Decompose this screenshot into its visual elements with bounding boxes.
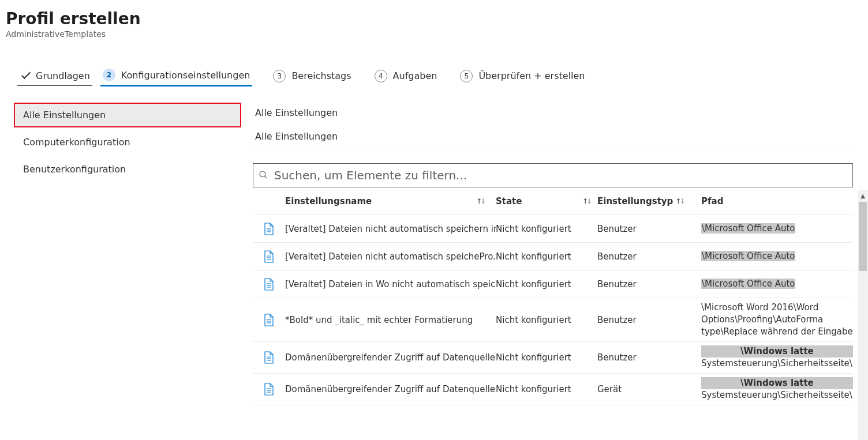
page-subtitle: AdministrativeTemplates: [6, 29, 856, 39]
column-header-state[interactable]: State ↑↓: [496, 196, 597, 206]
cell-name: [Veraltet] Dateien nicht automatisch spe…: [285, 251, 496, 262]
search-input[interactable]: [273, 168, 848, 183]
cell-name: [Veraltet] Dateien nicht automatisch spe…: [285, 224, 496, 234]
wizard-steps: Grundlagen 2 Konfigurationseinstellungen…: [6, 65, 856, 87]
settings-content: Alle Einstellungen Alle Einstellungen Ei…: [241, 101, 868, 405]
step-number-badge: 5: [460, 70, 473, 82]
column-header-type[interactable]: Einstellungstyp ↑↓: [597, 196, 701, 206]
wizard-step-bereichstags[interactable]: 3 Bereichstags: [271, 66, 353, 86]
wizard-step-label: Konfigurationseinstellungen: [121, 70, 250, 81]
wizard-step-label: Überprüfen + erstellen: [478, 70, 585, 81]
column-header-path[interactable]: Pfad: [701, 196, 853, 206]
cell-name: Domänenübergreifender Zugriff auf Datenq…: [285, 352, 496, 363]
cell-type: Benutzer: [597, 224, 701, 234]
step-number-badge: 3: [273, 70, 286, 82]
cell-type: Gerät: [597, 384, 701, 394]
cell-path: \Microsoft Word 2016\WordOptions\Proofin…: [701, 302, 853, 338]
sidebar-item-benutzerkonfiguration[interactable]: Benutzerkonfiguration: [14, 157, 241, 182]
wizard-step-konfiguration[interactable]: 2 Konfigurationseinstellungen: [100, 65, 253, 87]
wizard-step-label: Bereichstags: [291, 70, 351, 81]
table-row[interactable]: [Veraltet] Dateien in Wo nicht automatis…: [253, 270, 853, 298]
cell-type: Benutzer: [597, 279, 701, 289]
sort-icon: ↑↓: [582, 198, 590, 205]
scroll-up-button[interactable]: ▲: [858, 190, 868, 201]
table-row[interactable]: *Bold* und _italic_ mit echter Formatier…: [253, 298, 853, 342]
svg-point-0: [260, 171, 265, 177]
document-icon: [264, 223, 274, 235]
wizard-step-grundlagen[interactable]: Grundlagen: [17, 66, 92, 86]
column-header-name[interactable]: Einstellungsname ↑↓: [285, 196, 496, 206]
cell-type: Benutzer: [597, 315, 701, 325]
cell-name: *Bold* und _italic_ mit echter Formatier…: [285, 315, 496, 325]
cell-path: \Microsoft Office Auto: [701, 223, 853, 235]
cell-state: Nicht konfiguriert: [496, 251, 597, 262]
table-row[interactable]: Domänenübergreifender Zugriff auf Datenq…: [253, 342, 853, 374]
content-heading: Alle Einstellungen: [253, 121, 853, 149]
cell-name: [Veraltet] Dateien in Wo nicht automatis…: [285, 279, 496, 289]
cell-state: Nicht konfiguriert: [496, 279, 597, 289]
document-icon: [264, 351, 274, 364]
document-icon: [264, 278, 274, 291]
page-title: Profil erstellen: [6, 9, 856, 28]
cell-state: Nicht konfiguriert: [496, 352, 597, 363]
scroll-thumb[interactable]: [859, 202, 867, 271]
svg-line-1: [264, 176, 267, 178]
cell-state: Nicht konfiguriert: [496, 384, 597, 394]
table-header: Einstellungsname ↑↓ State ↑↓ Einstellung…: [253, 187, 853, 215]
cell-type: Benutzer: [597, 251, 701, 262]
table-row[interactable]: Domänenübergreifender Zugriff auf Datenq…: [253, 374, 853, 405]
settings-table: Einstellungsname ↑↓ State ↑↓ Einstellung…: [253, 187, 853, 405]
content-body: Alle Einstellungen Computerkonfiguration…: [6, 101, 856, 405]
cell-type: Benutzer: [597, 352, 701, 363]
table-row[interactable]: [Veraltet] Dateien nicht automatisch spe…: [253, 243, 853, 270]
cell-path: \Windows latteSystemsteuerung\Sicherheit…: [701, 345, 853, 370]
page-root: Profil erstellen AdministrativeTemplates…: [0, 0, 868, 440]
document-icon: [264, 250, 274, 263]
cell-path: \Windows latteSystemsteuerung\Sicherheit…: [701, 377, 853, 401]
cell-path: \Microsoft Office Auto: [701, 250, 853, 262]
wizard-step-label: Aufgaben: [393, 70, 437, 81]
table-body: [Veraltet] Dateien nicht automatisch spe…: [253, 215, 853, 405]
table-row[interactable]: [Veraltet] Dateien nicht automatisch spe…: [253, 215, 853, 243]
document-icon: [264, 383, 274, 396]
sidebar-item-computerkonfiguration[interactable]: Computerkonfiguration: [14, 130, 241, 155]
checkmark-icon: [20, 69, 32, 82]
search-icon: [258, 170, 273, 182]
search-box[interactable]: [253, 163, 853, 187]
sort-icon: ↑↓: [476, 198, 484, 205]
settings-tree-sidebar: Alle Einstellungen Computerkonfiguration…: [6, 101, 241, 405]
sidebar-item-alle-einstellungen[interactable]: Alle Einstellungen: [14, 103, 241, 127]
cell-name: Domänenübergreifender Zugriff auf Datenq…: [285, 384, 496, 394]
wizard-step-label: Grundlagen: [36, 70, 90, 81]
document-icon: [264, 314, 274, 326]
cell-state: Nicht konfiguriert: [496, 315, 597, 325]
step-number-badge: 2: [103, 69, 115, 81]
cell-path: \Microsoft Office Auto: [701, 278, 853, 290]
step-number-badge: 4: [375, 70, 387, 82]
wizard-step-ueberpruefen[interactable]: 5 Überprüfen + erstellen: [458, 66, 587, 86]
sort-icon: ↑↓: [675, 198, 683, 205]
wizard-step-aufgaben[interactable]: 4 Aufgaben: [372, 66, 440, 86]
breadcrumb: Alle Einstellungen: [253, 101, 853, 121]
vertical-scrollbar[interactable]: ▲: [858, 190, 868, 440]
cell-state: Nicht konfiguriert: [496, 224, 597, 234]
